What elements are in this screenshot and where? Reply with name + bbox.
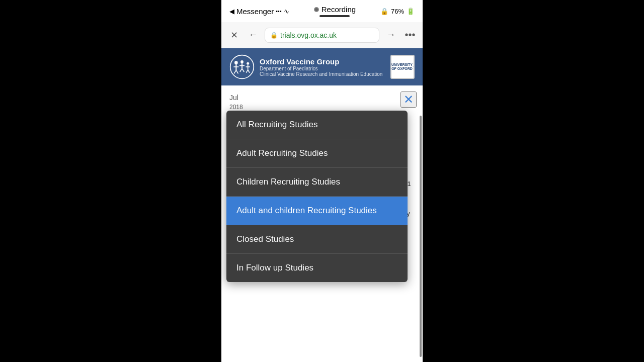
dropdown-item-adult-children-recruiting[interactable]: Adult and children Recruiting Studies bbox=[226, 197, 408, 225]
dropdown-item-closed-studies[interactable]: Closed Studies bbox=[226, 225, 408, 254]
status-right: 🔒 76% 🔋 bbox=[380, 8, 415, 15]
svg-point-11 bbox=[247, 62, 249, 65]
ovg-dept-name: Department of Paediatrics bbox=[260, 66, 382, 71]
signal-bars-icon: ▪▪▪ bbox=[276, 8, 282, 14]
back-button[interactable]: ← bbox=[246, 28, 261, 43]
oxford-crest-logo: UNIVERSITY OF OXFORD UNIVERSITY OF OXFOR… bbox=[390, 55, 415, 79]
close-overlay-icon: ✕ bbox=[404, 93, 414, 107]
dropdown-item-children-recruiting[interactable]: Children Recruiting Studies bbox=[226, 168, 408, 197]
study-filter-dropdown: All Recruiting Studies Adult Recruiting … bbox=[226, 111, 408, 282]
more-icon: ••• bbox=[405, 29, 415, 41]
record-circle-icon bbox=[314, 7, 319, 12]
ovg-org-name: Oxford Vaccine Group bbox=[260, 57, 382, 66]
ovg-sub-title: Clinical Vaccine Research and Immunisati… bbox=[260, 71, 382, 77]
status-left: ◀ Messenger ▪▪▪ ∿ bbox=[229, 7, 289, 16]
forward-button[interactable]: → bbox=[383, 28, 398, 43]
dropdown-item-all-recruiting[interactable]: All Recruiting Studies bbox=[226, 111, 408, 139]
dropdown-item-in-follow-up[interactable]: In Follow up Studies bbox=[226, 254, 408, 282]
recording-label: Recording bbox=[321, 5, 356, 14]
url-bar[interactable]: 🔒 trials.ovg.ox.ac.uk bbox=[265, 28, 379, 43]
close-overlay-button[interactable]: ✕ bbox=[400, 92, 417, 108]
main-content: Jul 2018 POINT Active recruiting infants… bbox=[221, 85, 423, 362]
back-arrow-icon: ◀ bbox=[229, 8, 234, 15]
article-year: 2018 bbox=[229, 104, 415, 111]
svg-line-9 bbox=[240, 68, 242, 72]
svg-point-6 bbox=[240, 60, 244, 63]
svg-line-10 bbox=[242, 68, 244, 72]
svg-line-4 bbox=[234, 70, 236, 74]
oxford-shield-icon: UNIVERSITY OF OXFORD bbox=[413, 56, 414, 78]
back-icon: ← bbox=[249, 30, 258, 40]
close-tab-icon: ✕ bbox=[230, 30, 238, 41]
lock-icon: 🔒 bbox=[270, 32, 278, 39]
battery-percent: 76% bbox=[391, 8, 404, 15]
recording-indicator: Recording bbox=[314, 5, 356, 14]
more-options-button[interactable]: ••• bbox=[403, 28, 418, 43]
browser-chrome: ✕ ← 🔒 trials.ovg.ox.ac.uk → ••• bbox=[221, 22, 423, 48]
forward-icon: → bbox=[386, 30, 395, 40]
svg-line-14 bbox=[246, 70, 248, 73]
ovg-logo-area: Oxford Vaccine Group Department of Paedi… bbox=[229, 54, 382, 79]
battery-lock-icon: 🔒 bbox=[380, 8, 388, 15]
status-bar: ◀ Messenger ▪▪▪ ∿ Recording 🔒 76% 🔋 bbox=[221, 0, 423, 22]
svg-point-1 bbox=[234, 61, 238, 64]
status-center: Recording bbox=[314, 5, 356, 17]
ovg-header: Oxford Vaccine Group Department of Paedi… bbox=[221, 48, 423, 85]
ovg-logo-icon bbox=[229, 54, 255, 79]
wifi-icon: ∿ bbox=[284, 8, 289, 15]
carrier-name: Messenger bbox=[236, 7, 274, 16]
svg-line-5 bbox=[236, 70, 238, 74]
svg-line-15 bbox=[248, 70, 250, 73]
dropdown-scrollbar[interactable] bbox=[420, 116, 422, 357]
phone-frame: ◀ Messenger ▪▪▪ ∿ Recording 🔒 76% 🔋 ✕ ← … bbox=[221, 0, 423, 362]
ovg-text-block: Oxford Vaccine Group Department of Paedi… bbox=[260, 57, 382, 77]
article-date: Jul bbox=[229, 94, 415, 102]
url-text: trials.ovg.ox.ac.uk bbox=[280, 31, 337, 39]
close-tab-button[interactable]: ✕ bbox=[226, 28, 242, 43]
home-indicator-line bbox=[319, 15, 350, 17]
battery-icon: 🔋 bbox=[407, 8, 415, 15]
oxford-crest-text: UNIVERSITY OF OXFORD bbox=[391, 63, 413, 71]
dropdown-item-adult-recruiting[interactable]: Adult Recruiting Studies bbox=[226, 139, 408, 168]
